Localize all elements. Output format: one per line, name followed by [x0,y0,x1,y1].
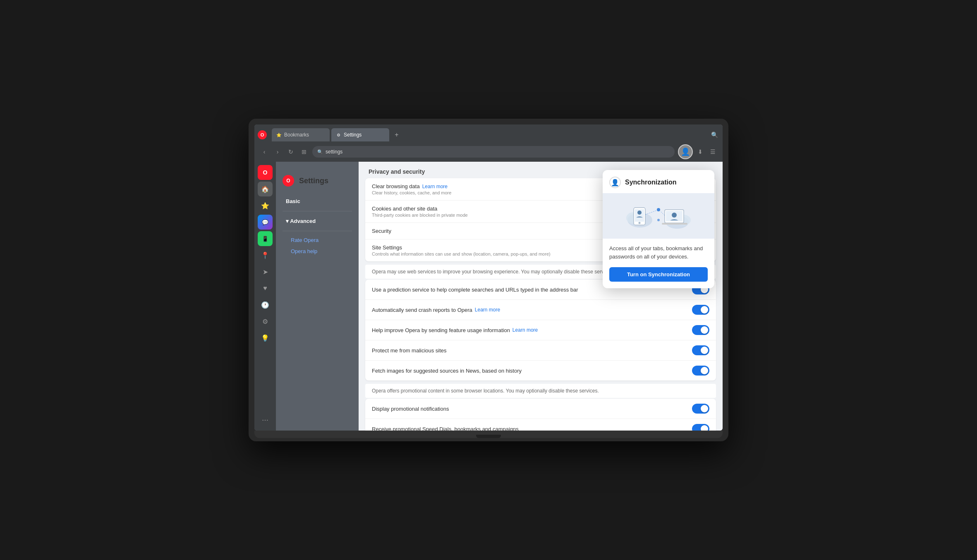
nav-item-advanced[interactable]: ▾ Advanced [276,215,359,227]
refresh-button[interactable]: ↻ [286,147,296,157]
sync-popup: 👤 Synchronization [603,170,714,288]
clear-browsing-label: Clear browsing data [372,183,420,189]
crash-reports-item: Automatically send crash reports to Oper… [365,300,716,320]
promo-notifications-toggle[interactable] [692,404,709,414]
sidebar-item-location[interactable]: 📍 [258,248,273,263]
sidebar-item-whatsapp[interactable]: 📱 [258,231,273,246]
laptop-notch [476,435,501,438]
browser-content: O 🏠 ⭐ 💬 📱 📍 ➤ ♥ 🕐 ⚙ 💡 ⋯ O Sett [254,162,723,431]
browser-chrome: O ⭐ Bookmarks ⚙ Settings + 🔍 ‹ › ↻ ⊞ [254,124,723,162]
toggles-card: Use a prediction service to help complet… [365,280,716,381]
svg-point-13 [657,219,660,221]
sidebar-item-opera[interactable]: O [258,165,273,180]
sync-popup-title: Synchronization [625,179,676,186]
svg-point-6 [639,222,641,224]
tab-bar: O ⭐ Bookmarks ⚙ Settings + 🔍 [254,124,723,142]
grid-button[interactable]: ⊞ [299,147,309,157]
sidebar-item-send[interactable]: ➤ [258,264,273,279]
sync-illustration [603,193,714,239]
fetch-images-item: Fetch images for suggested sources in Ne… [365,361,716,381]
nav-bar: ‹ › ↻ ⊞ 🔍 settings 👤 ⬇ ☰ [254,142,723,162]
feature-usage-toggle[interactable] [692,325,709,335]
promo-info-text: Opera offers promotional content in some… [365,384,716,398]
menu-button[interactable]: ☰ [708,147,718,157]
sidebar-item-ideas[interactable]: 💡 [258,330,273,345]
crash-reports-label: Automatically send crash reports to Oper… [372,307,472,313]
svg-point-12 [657,208,660,211]
svg-rect-10 [662,223,687,225]
bookmarks-tab-label: Bookmarks [284,132,309,138]
speed-dials-label: Receive promotional Speed Dials, bookmar… [372,426,519,431]
tab-bookmarks[interactable]: ⭐ Bookmarks [272,128,330,141]
add-tab-button[interactable]: + [391,129,402,141]
svg-line-15 [661,211,665,215]
settings-tab-icon: ⚙ [335,132,341,138]
forward-button[interactable]: › [273,147,283,157]
laptop-frame: O ⭐ Bookmarks ⚙ Settings + 🔍 ‹ › ↻ ⊞ [249,119,728,441]
security-label: Security [372,228,391,234]
sidebar-item-history[interactable]: 🕐 [258,297,273,312]
site-settings-label: Site Settings [372,244,402,251]
nav-divider-2 [283,231,352,231]
bookmarks-tab-icon: ⭐ [276,132,282,138]
crash-reports-learn-more[interactable]: Learn more [475,307,500,313]
sidebar-item-messenger[interactable]: 💬 [258,215,273,230]
promo-toggles-card: Display promotional notifications Receiv… [365,399,716,431]
speed-dials-item: Receive promotional Speed Dials, bookmar… [365,419,716,431]
address-text: settings [326,149,342,155]
malicious-sites-toggle[interactable] [692,345,709,355]
search-button[interactable]: 🔍 [709,130,719,140]
laptop-base [254,431,723,438]
turn-on-sync-button[interactable]: Turn on Synchronization [609,267,708,282]
feature-usage-learn-more[interactable]: Learn more [512,327,538,333]
malicious-sites-label: Protect me from malicious sites [372,347,447,354]
address-bar[interactable]: 🔍 settings [312,146,675,158]
cookies-label: Cookies and other site data [372,206,437,212]
fetch-images-toggle[interactable] [692,366,709,376]
sync-user-icon: 👤 [609,177,621,188]
back-button[interactable]: ‹ [259,147,269,157]
promo-notifications-item: Display promotional notifications [365,399,716,419]
settings-nav: O Settings Basic ▾ Advanced Rate Opera O… [276,162,359,431]
sync-devices-svg [617,197,700,235]
nav-item-basic[interactable]: Basic [276,195,359,208]
sync-popup-header: 👤 Synchronization [603,170,714,193]
crash-reports-toggle[interactable] [692,305,709,315]
nav-right-controls: 👤 ⬇ ☰ [678,144,718,159]
fetch-images-label: Fetch images for suggested sources in Ne… [372,368,522,374]
user-avatar-button[interactable]: 👤 [678,144,693,159]
sync-description: Access all of your tabs, bookmarks and p… [603,239,714,264]
settings-page-header: O Settings [276,170,359,195]
promo-notifications-label: Display promotional notifications [372,406,449,412]
tab-settings[interactable]: ⚙ Settings [331,128,389,141]
prediction-service-label: Use a prediction service to help complet… [372,287,578,293]
svg-point-7 [637,211,642,215]
feature-usage-item: Help improve Opera by sending feature us… [365,320,716,340]
feature-usage-label: Help improve Opera by sending feature us… [372,327,510,333]
sidebar: O 🏠 ⭐ 💬 📱 📍 ➤ ♥ 🕐 ⚙ 💡 ⋯ [254,162,276,431]
opera-logo-tab: O [258,130,267,139]
nav-rate-opera[interactable]: Rate Opera [276,235,359,246]
svg-point-11 [672,213,677,218]
sidebar-item-more[interactable]: ⋯ [258,412,273,427]
settings-page-title: Settings [299,177,328,185]
speed-dials-toggle[interactable] [692,424,709,431]
address-search-icon: 🔍 [317,149,323,155]
screen: O ⭐ Bookmarks ⚙ Settings + 🔍 ‹ › ↻ ⊞ [254,124,723,431]
nav-opera-help[interactable]: Opera help [276,246,359,257]
settings-opera-logo: O [283,175,294,187]
clear-browsing-learn-more[interactable]: Learn more [422,184,448,189]
sidebar-item-extensions[interactable]: ⚙ [258,314,273,329]
downloads-button[interactable]: ⬇ [695,147,705,157]
sidebar-item-favorites[interactable]: ♥ [258,281,273,296]
malicious-sites-item: Protect me from malicious sites [365,340,716,361]
sidebar-item-bookmarks[interactable]: ⭐ [258,198,273,213]
settings-tab-label: Settings [344,132,362,138]
nav-divider [283,211,352,211]
sidebar-item-home[interactable]: 🏠 [258,182,273,196]
